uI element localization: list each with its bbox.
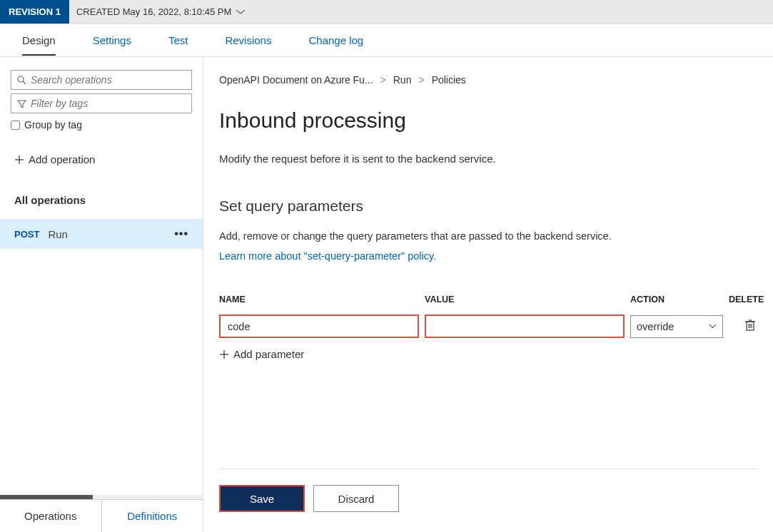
breadcrumb-sep: > <box>380 74 386 86</box>
col-delete: DELETE <box>729 295 772 305</box>
add-parameter-button[interactable]: Add parameter <box>219 348 757 360</box>
param-value-input[interactable] <box>425 314 625 338</box>
filter-input[interactable] <box>31 98 186 109</box>
breadcrumb-root[interactable]: OpenAPI Document on Azure Fu... <box>219 74 373 86</box>
sidebar-controls: Group by tag <box>0 70 203 131</box>
param-action-value: override <box>637 321 674 332</box>
created-label: CREATED May 16, 2022, 8:10:45 PM <box>76 6 231 17</box>
add-operation-label: Add operation <box>29 153 95 165</box>
tab-settings[interactable]: Settings <box>81 26 143 55</box>
add-parameter-label: Add parameter <box>233 348 304 360</box>
table-row: override <box>219 314 757 338</box>
filter-icon <box>17 99 26 108</box>
col-action: ACTION <box>630 295 723 305</box>
breadcrumb-sep: > <box>418 74 424 86</box>
sidebar-bottom-tabs: Operations Definitions <box>0 499 203 532</box>
table-header: NAME VALUE ACTION DELETE <box>219 295 757 314</box>
search-input[interactable] <box>31 74 186 86</box>
trash-icon[interactable] <box>744 319 756 332</box>
operation-method-badge: POST <box>14 229 39 240</box>
sidebar-bottom: Operations Definitions <box>0 495 203 532</box>
main-panel: OpenAPI Document on Azure Fu... > Run > … <box>203 57 773 532</box>
top-bar: REVISION 1 CREATED May 16, 2022, 8:10:45… <box>0 0 773 24</box>
page-subtitle: Modify the request before it is sent to … <box>219 153 757 165</box>
created-timestamp[interactable]: CREATED May 16, 2022, 8:10:45 PM <box>76 6 246 17</box>
tab-test[interactable]: Test <box>157 26 200 55</box>
tabs-bar: Design Settings Test Revisions Change lo… <box>0 24 773 57</box>
tab-design[interactable]: Design <box>11 26 67 55</box>
group-by-tag-label: Group by tag <box>24 119 82 131</box>
breadcrumb-run[interactable]: Run <box>393 74 412 86</box>
tab-changelog[interactable]: Change log <box>297 26 375 55</box>
content-area: Group by tag Add operation All operation… <box>0 57 773 532</box>
tab-revisions[interactable]: Revisions <box>213 26 283 55</box>
delete-cell <box>729 319 772 334</box>
query-params-table: NAME VALUE ACTION DELETE override <box>219 295 757 338</box>
search-box[interactable] <box>11 70 192 90</box>
search-icon <box>17 76 26 85</box>
svg-line-1 <box>23 81 26 84</box>
more-options-icon[interactable]: ••• <box>174 227 188 240</box>
add-operation-button[interactable]: Add operation <box>0 153 203 165</box>
all-operations-header[interactable]: All operations <box>0 194 203 206</box>
chevron-down-icon <box>709 324 717 329</box>
group-by-tag-row[interactable]: Group by tag <box>11 119 192 131</box>
plus-icon <box>219 349 229 359</box>
param-name-input[interactable] <box>219 314 419 338</box>
plus-icon <box>14 155 24 165</box>
revision-badge[interactable]: REVISION 1 <box>0 0 69 24</box>
breadcrumb: OpenAPI Document on Azure Fu... > Run > … <box>219 74 757 86</box>
group-by-tag-checkbox[interactable] <box>11 121 20 130</box>
breadcrumb-policies: Policies <box>432 74 466 86</box>
section-title: Set query parameters <box>219 198 757 215</box>
save-button[interactable]: Save <box>219 485 305 512</box>
footer: Save Discard <box>219 469 757 532</box>
section-description: Add, remove or change the query paramete… <box>219 230 757 242</box>
param-action-select[interactable]: override <box>630 315 723 338</box>
page-title: Inbound processing <box>219 108 757 133</box>
operation-name: Run <box>48 228 68 240</box>
tab-operations[interactable]: Operations <box>0 500 102 532</box>
chevron-down-icon <box>236 9 246 15</box>
operation-item-left: POST Run <box>14 228 68 240</box>
discard-button[interactable]: Discard <box>313 485 399 512</box>
col-name: NAME <box>219 295 419 305</box>
col-value: VALUE <box>425 295 625 305</box>
sidebar: Group by tag Add operation All operation… <box>0 57 203 532</box>
operation-item-run[interactable]: POST Run ••• <box>0 219 203 249</box>
learn-more-link[interactable]: Learn more about "set-query-parameter" p… <box>219 250 757 262</box>
svg-point-0 <box>18 76 24 82</box>
tab-definitions[interactable]: Definitions <box>102 500 203 532</box>
filter-box[interactable] <box>11 93 192 113</box>
